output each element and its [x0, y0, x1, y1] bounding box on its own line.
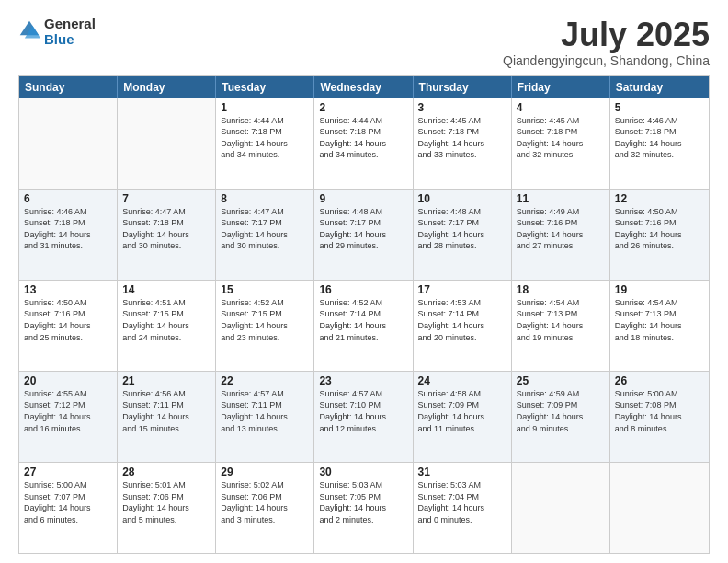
- day-info: Sunrise: 4:59 AM Sunset: 7:09 PM Dayligh…: [517, 388, 605, 434]
- day-number: 25: [517, 374, 605, 387]
- day-cell-27: 27Sunrise: 5:00 AM Sunset: 7:07 PM Dayli…: [19, 463, 118, 553]
- day-cell-2: 2Sunrise: 4:44 AM Sunset: 7:18 PM Daylig…: [314, 98, 413, 189]
- day-info: Sunrise: 4:44 AM Sunset: 7:18 PM Dayligh…: [319, 115, 407, 161]
- day-info: Sunrise: 4:45 AM Sunset: 7:18 PM Dayligh…: [418, 115, 506, 161]
- day-info: Sunrise: 4:44 AM Sunset: 7:18 PM Dayligh…: [221, 115, 309, 161]
- header-day-saturday: Saturday: [610, 76, 709, 98]
- day-number: 29: [221, 465, 309, 478]
- day-info: Sunrise: 4:49 AM Sunset: 7:16 PM Dayligh…: [517, 206, 605, 252]
- header-day-thursday: Thursday: [414, 76, 512, 98]
- header: General Blue July 2025 Qiandengyingcun, …: [18, 17, 710, 68]
- day-number: 17: [418, 283, 506, 296]
- day-info: Sunrise: 4:55 AM Sunset: 7:12 PM Dayligh…: [24, 388, 112, 434]
- day-number: 2: [319, 101, 407, 114]
- day-info: Sunrise: 5:01 AM Sunset: 7:06 PM Dayligh…: [122, 479, 210, 525]
- day-number: 7: [122, 192, 210, 205]
- logo-text: General Blue: [44, 17, 96, 47]
- day-info: Sunrise: 4:52 AM Sunset: 7:14 PM Dayligh…: [319, 297, 407, 343]
- empty-cell: [512, 463, 610, 553]
- day-info: Sunrise: 4:54 AM Sunset: 7:13 PM Dayligh…: [517, 297, 605, 343]
- logo-icon: [18, 19, 40, 41]
- day-info: Sunrise: 4:56 AM Sunset: 7:11 PM Dayligh…: [122, 388, 210, 434]
- day-number: 24: [418, 374, 506, 387]
- day-info: Sunrise: 4:45 AM Sunset: 7:18 PM Dayligh…: [517, 115, 605, 161]
- header-day-monday: Monday: [118, 76, 216, 98]
- day-info: Sunrise: 4:51 AM Sunset: 7:15 PM Dayligh…: [122, 297, 210, 343]
- day-number: 23: [319, 374, 407, 387]
- day-info: Sunrise: 4:58 AM Sunset: 7:09 PM Dayligh…: [418, 388, 506, 434]
- day-number: 20: [24, 374, 112, 387]
- header-day-friday: Friday: [512, 76, 610, 98]
- logo-blue: Blue: [44, 32, 96, 48]
- day-number: 21: [122, 374, 210, 387]
- day-number: 5: [615, 101, 704, 114]
- day-info: Sunrise: 5:03 AM Sunset: 7:04 PM Dayligh…: [418, 479, 506, 525]
- empty-cell: [118, 98, 216, 189]
- day-cell-14: 14Sunrise: 4:51 AM Sunset: 7:15 PM Dayli…: [118, 281, 216, 371]
- day-cell-31: 31Sunrise: 5:03 AM Sunset: 7:04 PM Dayli…: [414, 463, 512, 553]
- day-number: 11: [517, 192, 605, 205]
- header-day-sunday: Sunday: [19, 76, 118, 98]
- week-row-4: 20Sunrise: 4:55 AM Sunset: 7:12 PM Dayli…: [19, 371, 709, 462]
- calendar-header: SundayMondayTuesdayWednesdayThursdayFrid…: [19, 76, 709, 98]
- day-info: Sunrise: 4:57 AM Sunset: 7:11 PM Dayligh…: [221, 388, 309, 434]
- day-cell-13: 13Sunrise: 4:50 AM Sunset: 7:16 PM Dayli…: [19, 281, 118, 371]
- day-number: 13: [24, 283, 112, 296]
- day-cell-21: 21Sunrise: 4:56 AM Sunset: 7:11 PM Dayli…: [118, 372, 216, 462]
- day-cell-8: 8Sunrise: 4:47 AM Sunset: 7:17 PM Daylig…: [216, 190, 314, 280]
- day-number: 26: [615, 374, 704, 387]
- day-cell-9: 9Sunrise: 4:48 AM Sunset: 7:17 PM Daylig…: [314, 190, 413, 280]
- day-cell-22: 22Sunrise: 4:57 AM Sunset: 7:11 PM Dayli…: [216, 372, 314, 462]
- day-cell-12: 12Sunrise: 4:50 AM Sunset: 7:16 PM Dayli…: [610, 190, 709, 280]
- day-number: 19: [615, 283, 704, 296]
- day-cell-7: 7Sunrise: 4:47 AM Sunset: 7:18 PM Daylig…: [118, 190, 216, 280]
- day-info: Sunrise: 5:00 AM Sunset: 7:08 PM Dayligh…: [615, 388, 704, 434]
- day-cell-28: 28Sunrise: 5:01 AM Sunset: 7:06 PM Dayli…: [118, 463, 216, 553]
- day-cell-11: 11Sunrise: 4:49 AM Sunset: 7:16 PM Dayli…: [512, 190, 610, 280]
- day-cell-6: 6Sunrise: 4:46 AM Sunset: 7:18 PM Daylig…: [19, 190, 118, 280]
- day-cell-19: 19Sunrise: 4:54 AM Sunset: 7:13 PM Dayli…: [610, 281, 709, 371]
- day-info: Sunrise: 4:50 AM Sunset: 7:16 PM Dayligh…: [24, 297, 112, 343]
- day-info: Sunrise: 4:47 AM Sunset: 7:18 PM Dayligh…: [122, 206, 210, 252]
- day-cell-24: 24Sunrise: 4:58 AM Sunset: 7:09 PM Dayli…: [414, 372, 512, 462]
- day-cell-30: 30Sunrise: 5:03 AM Sunset: 7:05 PM Dayli…: [314, 463, 413, 553]
- day-number: 14: [122, 283, 210, 296]
- day-info: Sunrise: 4:48 AM Sunset: 7:17 PM Dayligh…: [319, 206, 407, 252]
- day-number: 4: [517, 101, 605, 114]
- day-cell-18: 18Sunrise: 4:54 AM Sunset: 7:13 PM Dayli…: [512, 281, 610, 371]
- day-info: Sunrise: 5:02 AM Sunset: 7:06 PM Dayligh…: [221, 479, 309, 525]
- day-number: 12: [615, 192, 704, 205]
- week-row-2: 6Sunrise: 4:46 AM Sunset: 7:18 PM Daylig…: [19, 189, 709, 280]
- day-info: Sunrise: 4:46 AM Sunset: 7:18 PM Dayligh…: [615, 115, 704, 161]
- month-title: July 2025: [503, 17, 710, 53]
- day-number: 27: [24, 465, 112, 478]
- day-cell-25: 25Sunrise: 4:59 AM Sunset: 7:09 PM Dayli…: [512, 372, 610, 462]
- day-cell-5: 5Sunrise: 4:46 AM Sunset: 7:18 PM Daylig…: [610, 98, 709, 189]
- calendar-body: 1Sunrise: 4:44 AM Sunset: 7:18 PM Daylig…: [19, 98, 709, 553]
- day-cell-17: 17Sunrise: 4:53 AM Sunset: 7:14 PM Dayli…: [414, 281, 512, 371]
- day-info: Sunrise: 4:57 AM Sunset: 7:10 PM Dayligh…: [319, 388, 407, 434]
- header-day-tuesday: Tuesday: [216, 76, 314, 98]
- title-section: July 2025 Qiandengyingcun, Shandong, Chi…: [503, 17, 710, 68]
- day-info: Sunrise: 4:53 AM Sunset: 7:14 PM Dayligh…: [418, 297, 506, 343]
- day-number: 1: [221, 101, 309, 114]
- day-number: 30: [319, 465, 407, 478]
- day-cell-29: 29Sunrise: 5:02 AM Sunset: 7:06 PM Dayli…: [216, 463, 314, 553]
- day-number: 28: [122, 465, 210, 478]
- day-cell-4: 4Sunrise: 4:45 AM Sunset: 7:18 PM Daylig…: [512, 98, 610, 189]
- empty-cell: [19, 98, 118, 189]
- day-cell-10: 10Sunrise: 4:48 AM Sunset: 7:17 PM Dayli…: [414, 190, 512, 280]
- day-info: Sunrise: 4:46 AM Sunset: 7:18 PM Dayligh…: [24, 206, 112, 252]
- day-number: 31: [418, 465, 506, 478]
- day-cell-20: 20Sunrise: 4:55 AM Sunset: 7:12 PM Dayli…: [19, 372, 118, 462]
- location: Qiandengyingcun, Shandong, China: [503, 53, 710, 68]
- day-cell-3: 3Sunrise: 4:45 AM Sunset: 7:18 PM Daylig…: [414, 98, 512, 189]
- day-number: 6: [24, 192, 112, 205]
- day-info: Sunrise: 4:50 AM Sunset: 7:16 PM Dayligh…: [615, 206, 704, 252]
- day-info: Sunrise: 4:54 AM Sunset: 7:13 PM Dayligh…: [615, 297, 704, 343]
- logo-general: General: [44, 17, 96, 32]
- day-number: 8: [221, 192, 309, 205]
- empty-cell: [610, 463, 709, 553]
- day-number: 18: [517, 283, 605, 296]
- day-info: Sunrise: 4:47 AM Sunset: 7:17 PM Dayligh…: [221, 206, 309, 252]
